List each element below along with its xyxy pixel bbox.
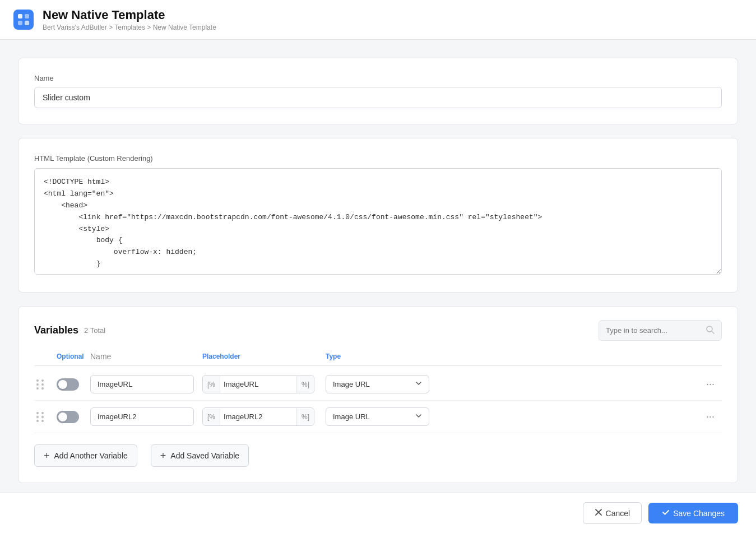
chevron-down-icon [415,380,422,388]
placeholder-box-row1: [% %] [202,375,314,393]
more-button-row1[interactable]: ··· [702,376,719,392]
th-placeholder: Placeholder [202,353,326,360]
name-input[interactable] [34,87,722,108]
main-content: Name HTML Template (Custom Rendering) <!… [0,40,756,533]
save-check-icon [662,508,670,518]
add-another-variable-label: Add Another Variable [54,451,128,460]
save-label: Save Changes [673,509,725,518]
variables-title: Variables [34,325,78,336]
name-input-row1[interactable] [90,375,194,393]
dot [41,387,44,390]
type-value-row1: Image URL [333,380,370,388]
toggle-track-row1 [57,378,79,391]
more-cell-row1: ··· [702,376,722,392]
table-header: Optional Name Placeholder Type [34,352,722,366]
placeholder-suffix-row1: %] [296,376,314,393]
drag-handle-row1[interactable] [34,377,48,392]
name-cell-row2 [90,407,202,426]
toggle-thumb-row1 [58,380,67,389]
add-another-variable-button[interactable]: + Add Another Variable [34,444,137,467]
placeholder-cell-row2: [% %] [202,407,326,426]
svg-rect-2 [18,21,22,25]
more-cell-row2: ··· [702,409,722,425]
type-cell-row2: Image URL [326,407,449,426]
dot [36,412,39,414]
dot [41,412,44,414]
th-name: Name [90,352,202,361]
html-template-editor[interactable]: <!DOCTYPE html> <html lang="en"> <head> … [34,168,722,275]
variables-section: Variables 2 Total Optional Name Placehol… [18,306,738,483]
dot [41,420,44,422]
type-select-row1[interactable]: Image URL [326,375,429,393]
variables-search-input[interactable] [606,326,701,335]
add-variable-row: + Add Another Variable + Add Saved Varia… [34,444,722,467]
cancel-button[interactable]: Cancel [583,502,642,524]
toggle-row2[interactable] [57,411,90,423]
name-input-row2[interactable] [90,407,194,426]
drag-dots [36,379,44,390]
app-header: New Native Template Bert Variss's AdButl… [0,0,756,40]
svg-rect-0 [18,14,22,18]
placeholder-box-row2: [% %] [202,407,314,426]
page-title: New Native Template [43,8,216,22]
html-template-section: HTML Template (Custom Rendering) <!DOCTY… [18,138,738,293]
placeholder-prefix-row1: [% [203,376,220,393]
name-section: Name [18,58,738,124]
toggle-row1[interactable] [57,378,90,391]
dot [41,416,44,418]
html-template-label: HTML Template (Custom Rendering) [34,154,722,163]
variables-header: Variables 2 Total [34,320,722,341]
table-row: [% %] Image URL ··· [34,368,722,401]
toggle-track-row2 [57,411,79,423]
plus-icon: + [160,451,166,461]
dot [36,416,39,418]
footer: Cancel Save Changes [0,493,756,533]
dot [36,387,39,390]
header-text: New Native Template Bert Variss's AdButl… [43,8,216,31]
variables-search-box[interactable] [599,320,722,341]
breadcrumb-section: Templates [114,24,145,31]
dot [36,379,39,382]
svg-rect-3 [25,21,29,25]
variables-count: 2 Total [84,326,105,335]
drag-dots [36,412,44,422]
placeholder-prefix-row2: [% [203,409,220,425]
search-icon [706,325,715,336]
th-type: Type [326,353,449,360]
dot [36,383,39,386]
dot [41,383,44,386]
dot [36,420,39,422]
svg-rect-1 [25,14,29,18]
save-changes-button[interactable]: Save Changes [648,503,738,523]
svg-line-5 [712,331,714,333]
plus-icon: + [44,451,50,461]
breadcrumb-account: Bert Variss's AdButler [43,24,107,31]
add-saved-variable-label: Add Saved Variable [170,451,239,460]
add-saved-variable-button[interactable]: + Add Saved Variable [151,444,249,467]
app-icon [13,10,34,30]
th-optional: Optional [57,353,90,360]
name-cell-row1 [90,375,202,393]
more-button-row2[interactable]: ··· [702,409,719,425]
breadcrumb-current: New Native Template [153,24,216,31]
dot [41,379,44,382]
placeholder-suffix-row2: %] [296,409,314,425]
name-label: Name [34,74,722,82]
type-cell-row1: Image URL [326,375,449,393]
placeholder-input-row2[interactable] [220,408,296,425]
chevron-down-icon [415,413,422,421]
placeholder-input-row1[interactable] [220,376,296,393]
placeholder-cell-row1: [% %] [202,375,326,393]
toggle-thumb-row2 [58,413,67,421]
cancel-label: Cancel [606,509,630,518]
breadcrumb-sep1: > [109,24,114,31]
table-row: [% %] Image URL ··· [34,401,722,433]
drag-handle-row2[interactable] [34,410,48,424]
type-select-row2[interactable]: Image URL [326,407,429,426]
cancel-x-icon [595,508,602,518]
breadcrumb-sep2: > [147,24,152,31]
breadcrumb: Bert Variss's AdButler > Templates > New… [43,24,216,31]
type-value-row2: Image URL [333,413,370,421]
variables-title-group: Variables 2 Total [34,325,105,336]
